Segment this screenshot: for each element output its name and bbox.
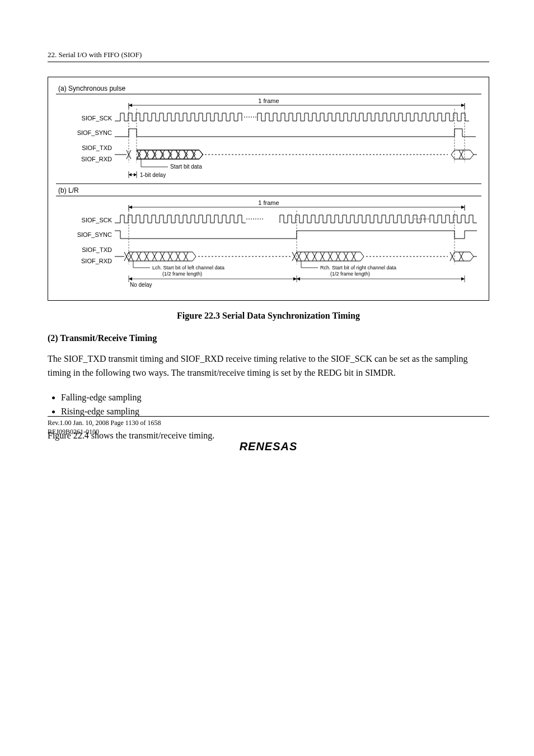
svg-marker-53 [293, 277, 297, 281]
bullet-item: Falling-edge sampling [61, 390, 489, 405]
svg-marker-56 [461, 277, 465, 281]
panel-b-rch-label-1: Rch. Start bit of right channel data [320, 265, 396, 270]
svg-marker-29 [461, 206, 465, 209]
page-footer: Rev.1.00 Jan. 10, 2008 Page 1130 of 1658… [48, 416, 489, 452]
svg-marker-22 [134, 173, 137, 176]
panel-b-sig-sync: SIOF_SYNC [77, 231, 112, 238]
panel-a-sig-rxd: SIOF_RXD [81, 156, 112, 162]
panel-a-frame-label: 1 frame [258, 97, 279, 104]
panel-a-sig-sck: SIOF_SCK [82, 115, 113, 122]
body-bullet-list: Falling-edge sampling Rising-edge sampli… [48, 390, 489, 419]
panel-a-start-label: Start bit data [170, 164, 202, 170]
svg-marker-28 [129, 206, 132, 209]
body-para-1: The SIOF_TXD transmit timing and SIOF_RX… [48, 352, 489, 380]
svg-marker-55 [297, 277, 300, 281]
renesas-logo: RENESAS [48, 440, 489, 453]
svg-marker-2 [129, 104, 132, 107]
panel-b-lch-label-1: Lch. Start bit of left channel data [152, 265, 224, 270]
panel-b-frame-label: 1 frame [258, 199, 279, 206]
figure-22-3: (a) Synchronous pulse 1 frame SIOF_SCK S… [48, 77, 489, 301]
panel-b-title: (b) L/R [58, 186, 79, 194]
panel-a-sig-sync: SIOF_SYNC [77, 129, 112, 136]
panel-a-title: (a) Synchronous pulse [58, 85, 125, 92]
svg-marker-3 [461, 104, 465, 107]
header-title: 22. Serial I/O with FIFO (SIOF) [48, 50, 142, 59]
panel-b-sig-rxd: SIOF_RXD [81, 258, 112, 264]
svg-marker-21 [129, 173, 132, 176]
panel-b-nodelay-label: No delay [130, 282, 152, 288]
footer-line-2: REJ09B0261-0100 [48, 428, 489, 437]
panel-b-sig-sck: SIOF_SCK [82, 217, 113, 223]
timing-diagram-svg: (a) Synchronous pulse 1 frame SIOF_SCK S… [56, 83, 481, 296]
svg-marker-52 [129, 277, 132, 281]
figure-caption: Figure 22.3 Serial Data Synchronization … [48, 311, 489, 321]
panel-a-delay-label: 1-bit delay [140, 172, 166, 178]
section-heading: (2) Transmit/Receive Timing [48, 333, 489, 343]
panel-b-sig-txd: SIOF_TXD [82, 246, 112, 253]
panel-b-lch-label-2: (1/2 frame length) [162, 271, 202, 277]
panel-a-sig-txd: SIOF_TXD [82, 144, 112, 151]
footer-line-1: Rev.1.00 Jan. 10, 2008 Page 1130 of 1658 [48, 419, 489, 428]
page-header: 22. Serial I/O with FIFO (SIOF) [48, 50, 489, 62]
panel-b-rch-label-2: (1/2 frame length) [330, 271, 370, 277]
